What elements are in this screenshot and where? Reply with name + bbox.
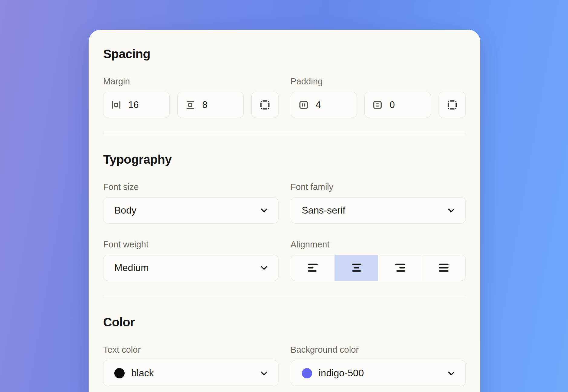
margin-individual-sides-button[interactable] [251, 92, 279, 118]
align-right-button[interactable] [378, 255, 422, 281]
section-divider [103, 133, 466, 133]
typography-section-title: Typography [103, 152, 466, 167]
dashed-border-icon [259, 99, 271, 111]
font-weight-value: Medium [114, 262, 259, 273]
text-color-label: Text color [103, 345, 279, 355]
horizontal-padding-icon [298, 100, 309, 110]
padding-horizontal-value: 4 [316, 100, 321, 110]
font-family-value: Sans-serif [302, 205, 446, 216]
font-size-value: Body [114, 205, 259, 216]
text-color-value: black [131, 368, 259, 379]
spacing-section-title: Spacing [103, 47, 466, 61]
align-left-icon [307, 262, 319, 274]
align-justify-button[interactable] [422, 255, 465, 281]
text-color-select[interactable]: black [103, 360, 279, 386]
background-color-select[interactable]: indigo-500 [291, 360, 466, 386]
align-center-icon [351, 262, 363, 274]
alignment-label: Alignment [291, 239, 466, 250]
chevron-down-icon [259, 368, 269, 378]
section-typography: Typography Font size Body Font family Sa… [103, 152, 466, 281]
font-size-label: Font size [103, 182, 279, 192]
chevron-down-icon [259, 205, 269, 215]
font-weight-label: Font weight [103, 239, 279, 250]
color-section-title: Color [103, 315, 466, 329]
text-color-field: Text color black [103, 345, 279, 386]
font-weight-select[interactable]: Medium [103, 255, 279, 281]
padding-horizontal-input[interactable]: 4 [291, 92, 357, 118]
font-family-label: Font family [291, 182, 466, 192]
padding-vertical-input[interactable]: 0 [364, 92, 431, 118]
background-color-value: indigo-500 [319, 368, 446, 379]
margin-horizontal-input[interactable]: 16 [103, 92, 170, 118]
align-right-icon [394, 262, 406, 274]
margin-vertical-input[interactable]: 8 [177, 92, 244, 118]
chevron-down-icon [259, 263, 269, 273]
margin-field: Margin 16 [103, 76, 279, 118]
chevron-down-icon [446, 205, 456, 215]
align-left-button[interactable] [291, 255, 335, 281]
font-family-select[interactable]: Sans-serif [291, 197, 466, 224]
indigo-color-swatch [302, 368, 312, 378]
black-color-swatch [114, 368, 125, 378]
font-family-field: Font family Sans-serif [291, 182, 466, 224]
vertical-padding-icon [372, 100, 383, 110]
margin-label: Margin [103, 76, 279, 87]
margin-horizontal-value: 16 [128, 100, 139, 110]
padding-field: Padding 4 [291, 76, 466, 118]
font-weight-field: Font weight Medium [103, 239, 279, 281]
padding-label: Padding [291, 76, 466, 87]
section-divider [103, 296, 466, 296]
section-color: Color Text color black Background color … [103, 315, 466, 386]
section-spacing: Spacing Margin 16 [103, 47, 466, 118]
background-color-label: Background color [291, 345, 466, 355]
alignment-field: Alignment [291, 239, 466, 281]
margin-vertical-value: 8 [202, 100, 207, 110]
properties-panel: Spacing Margin 16 [89, 30, 480, 392]
chevron-down-icon [446, 368, 456, 378]
align-justify-icon [438, 262, 450, 274]
alignment-segmented-control [291, 255, 466, 281]
font-size-field: Font size Body [103, 182, 279, 224]
padding-vertical-value: 0 [390, 100, 395, 110]
dashed-border-icon [446, 99, 458, 111]
padding-individual-sides-button[interactable] [439, 92, 466, 118]
horizontal-margin-icon [111, 100, 122, 110]
font-size-select[interactable]: Body [103, 197, 279, 224]
align-center-button[interactable] [335, 255, 378, 281]
background-color-field: Background color indigo-500 [291, 345, 466, 386]
vertical-margin-icon [185, 100, 196, 110]
